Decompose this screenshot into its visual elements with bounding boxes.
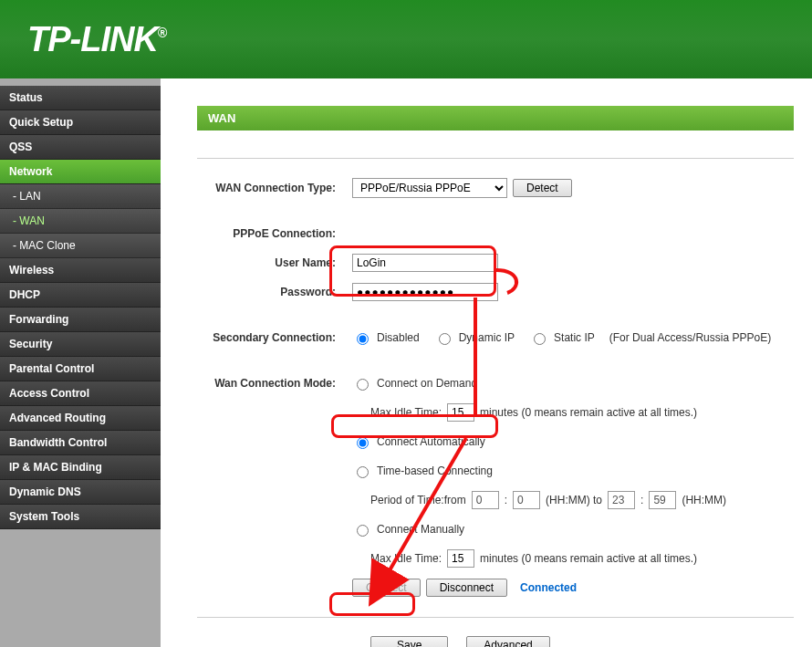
period-hhmm2-text: (HH:MM) (682, 494, 726, 506)
idle-note: minutes (0 means remain active at all ti… (480, 406, 697, 419)
sec-static-text: Static IP (554, 331, 595, 344)
disconnect-button[interactable]: Disconnect (426, 579, 507, 597)
mode-manual-radio[interactable] (357, 525, 369, 537)
sidebar-item-system-tools[interactable]: System Tools (0, 505, 161, 529)
sec-disabled-text: Disabled (377, 331, 420, 344)
brand-logo: TP-LINK® (27, 20, 166, 59)
period-m1-input[interactable] (513, 491, 540, 509)
detect-button[interactable]: Detect (513, 179, 572, 197)
sidebar-item-wireless[interactable]: Wireless (0, 258, 161, 283)
idle-time-label-2: Max Idle Time: (370, 552, 442, 565)
sidebar-item-dynamic-dns[interactable]: Dynamic DNS (0, 480, 161, 505)
sec-dynamic-radio[interactable] (439, 333, 451, 345)
mode-manual-text: Connect Manually (377, 523, 464, 536)
page-title: WAN (197, 106, 794, 130)
period-h1-input[interactable] (472, 491, 499, 509)
password-input[interactable] (352, 283, 498, 301)
sec-dynamic-text: Dynamic IP (459, 331, 515, 344)
sidebar-item-qss[interactable]: QSS (0, 135, 161, 160)
username-input[interactable] (352, 254, 498, 272)
period-h2-input[interactable] (608, 491, 635, 509)
sidebar-item-advanced-routing[interactable]: Advanced Routing (0, 406, 161, 431)
sidebar-item-bandwidth-control[interactable]: Bandwidth Control (0, 431, 161, 455)
save-button[interactable]: Save (370, 636, 448, 647)
sidebar-item-quick-setup[interactable]: Quick Setup (0, 110, 161, 135)
connection-status: Connected (520, 581, 577, 594)
mode-label: Wan Connection Mode: (197, 377, 352, 390)
idle-time-label: Max Idle Time: (370, 406, 442, 419)
mode-demand-text: Connect on Demand (377, 377, 477, 390)
sidebar-item-security[interactable]: Security (0, 332, 161, 357)
mode-time-text: Time-based Connecting (377, 464, 493, 477)
conn-type-select[interactable]: PPPoE/Russia PPPoE (352, 178, 507, 198)
header: TP-LINK® (0, 0, 812, 78)
period-hhmm-text: (HH:MM) to (546, 494, 602, 506)
sidebar-item-ip-mac-binding[interactable]: IP & MAC Binding (0, 455, 161, 480)
period-label: Period of Time:from (370, 494, 466, 506)
sec-static-radio[interactable] (534, 333, 546, 345)
sidebar-item-network[interactable]: Network (0, 160, 161, 184)
sidebar-sub-lan[interactable]: - LAN (0, 184, 161, 209)
advanced-button[interactable]: Advanced (466, 636, 549, 647)
pppoe-connection-label: PPPoE Connection: (197, 227, 352, 240)
idle-time-input[interactable] (447, 403, 474, 422)
mode-demand-radio[interactable] (357, 379, 369, 391)
sec-note: (For Dual Access/Russia PPPoE) (609, 331, 771, 344)
period-m2-input[interactable] (649, 491, 676, 509)
password-label: Password: (197, 286, 352, 298)
sidebar-item-forwarding[interactable]: Forwarding (0, 308, 161, 332)
mode-time-radio[interactable] (357, 466, 369, 478)
connect-button[interactable]: Connect (352, 579, 421, 597)
sidebar-item-dhcp[interactable]: DHCP (0, 283, 161, 308)
sidebar-sub-mac-clone[interactable]: - MAC Clone (0, 234, 161, 258)
mode-auto-radio[interactable] (357, 437, 369, 449)
idle-time-input-2[interactable] (447, 549, 474, 568)
main-content: WAN WAN Connection Type: PPPoE/Russia PP… (161, 78, 812, 647)
sec-disabled-radio[interactable] (357, 333, 369, 345)
sidebar-item-parental-control[interactable]: Parental Control (0, 357, 161, 381)
conn-type-label: WAN Connection Type: (197, 182, 352, 194)
mode-auto-text: Connect Automatically (377, 435, 485, 448)
sidebar-sub-wan[interactable]: - WAN (0, 209, 161, 234)
sidebar-item-access-control[interactable]: Access Control (0, 381, 161, 406)
secondary-connection-label: Secondary Connection: (197, 331, 352, 344)
sidebar: Status Quick Setup QSS Network - LAN - W… (0, 78, 161, 647)
username-label: User Name: (197, 256, 352, 269)
idle-note-2: minutes (0 means remain active at all ti… (480, 552, 697, 565)
sidebar-item-status[interactable]: Status (0, 86, 161, 110)
